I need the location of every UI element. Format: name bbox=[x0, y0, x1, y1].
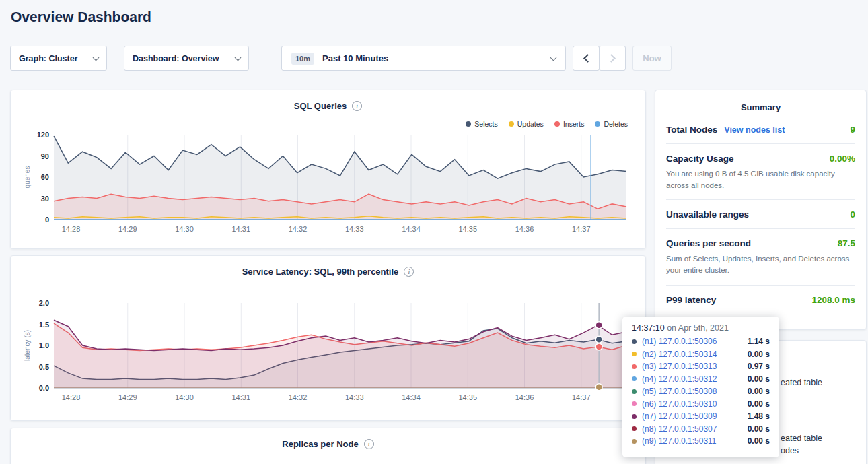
tooltip-row: (n9) 127.0.0.1:503110.00 s bbox=[632, 436, 770, 446]
node-address: (n8) 127.0.0.1:50307 bbox=[642, 424, 717, 434]
legend-item[interactable]: Updates bbox=[509, 120, 544, 128]
svg-text:14:31: 14:31 bbox=[232, 225, 251, 233]
tooltip-row: (n5) 127.0.0.1:503080.00 s bbox=[632, 387, 770, 396]
svg-text:14:32: 14:32 bbox=[289, 393, 308, 401]
summary-row-total-nodes: Total Nodes View nodes list 9 bbox=[666, 115, 855, 144]
legend-dot bbox=[595, 121, 600, 127]
svg-text:2.0: 2.0 bbox=[39, 299, 49, 307]
next-timewindow-button[interactable] bbox=[599, 46, 626, 71]
legend-dot bbox=[554, 121, 560, 127]
node-latency-value: 0.00 s bbox=[748, 374, 770, 384]
chart-title-row: Replicas per Node i bbox=[11, 439, 645, 449]
legend-item[interactable]: Selects bbox=[466, 120, 497, 128]
qps-subtext: Sum of Selects, Updates, Inserts, and De… bbox=[666, 253, 855, 275]
tooltip-time: 14:37:10 bbox=[632, 323, 665, 333]
svg-text:14:37: 14:37 bbox=[572, 393, 591, 401]
info-icon[interactable]: i bbox=[352, 101, 362, 111]
capacity-usage-label: Capacity Usage bbox=[666, 154, 734, 164]
info-icon[interactable]: i bbox=[364, 439, 374, 449]
tooltip-row: (n8) 127.0.0.1:503070.00 s bbox=[632, 424, 770, 434]
graph-dropdown[interactable]: Graph: Cluster bbox=[10, 46, 107, 71]
tooltip-row: (n6) 127.0.0.1:503100.00 s bbox=[632, 399, 770, 409]
legend-item[interactable]: Deletes bbox=[595, 120, 628, 128]
svg-text:14:34: 14:34 bbox=[402, 393, 421, 401]
replicas-per-node-chart-title: Replicas per Node bbox=[282, 439, 358, 449]
node-color-dot bbox=[632, 339, 637, 344]
svg-text:14:35: 14:35 bbox=[459, 225, 478, 233]
svg-text:14:29: 14:29 bbox=[118, 393, 137, 401]
event-text-fragment: eated table bbox=[781, 434, 822, 443]
svg-text:14:31: 14:31 bbox=[232, 393, 251, 401]
svg-text:14:36: 14:36 bbox=[515, 393, 534, 401]
svg-text:120: 120 bbox=[37, 131, 49, 139]
qps-label: Queries per second bbox=[666, 238, 751, 248]
node-address: (n2) 127.0.0.1:50314 bbox=[642, 350, 717, 359]
svg-text:14:36: 14:36 bbox=[515, 225, 534, 233]
chevron-down-icon bbox=[235, 54, 242, 61]
node-latency-value: 0.00 s bbox=[748, 399, 770, 409]
node-color-dot bbox=[632, 376, 637, 381]
node-color-dot bbox=[632, 414, 637, 419]
summary-row-unavailable-ranges: Unavailable ranges 0 bbox=[666, 200, 855, 229]
chart-legend[interactable]: SelectsUpdatesInsertsDeletes bbox=[466, 120, 628, 128]
svg-text:queries: queries bbox=[24, 166, 31, 189]
svg-text:60: 60 bbox=[41, 173, 49, 181]
chevron-right-icon bbox=[607, 54, 616, 63]
svg-text:14:30: 14:30 bbox=[175, 225, 194, 233]
replicas-per-node-chart-card: Replicas per Node i bbox=[10, 428, 646, 464]
service-latency-chart-card: Service Latency: SQL, 99th percentile i … bbox=[10, 255, 646, 421]
node-color-dot bbox=[632, 426, 637, 431]
node-color-dot bbox=[632, 401, 637, 406]
svg-text:90: 90 bbox=[41, 152, 49, 160]
svg-text:14:29: 14:29 bbox=[118, 225, 137, 233]
dashboard-dropdown[interactable]: Dashboard: Overview bbox=[124, 46, 249, 71]
node-address: (n9) 127.0.0.1:50311 bbox=[642, 436, 717, 446]
info-icon[interactable]: i bbox=[404, 267, 414, 277]
svg-text:14:32: 14:32 bbox=[289, 225, 308, 233]
sql-queries-chart-title: SQL Queries bbox=[294, 101, 347, 111]
svg-text:14:28: 14:28 bbox=[62, 225, 81, 233]
chart-title-row: Service Latency: SQL, 99th percentile i bbox=[11, 267, 645, 277]
chevron-down-icon bbox=[93, 54, 100, 61]
node-latency-value: 0.00 s bbox=[748, 387, 770, 396]
capacity-usage-value: 0.00% bbox=[830, 154, 855, 164]
prev-timewindow-button[interactable] bbox=[573, 46, 600, 71]
node-color-dot bbox=[632, 389, 637, 394]
time-range-label: Past 10 Minutes bbox=[322, 53, 388, 63]
event-text-fragment: odes bbox=[781, 446, 799, 455]
legend-dot bbox=[466, 121, 471, 127]
service-latency-chart-title: Service Latency: SQL, 99th percentile bbox=[242, 267, 399, 277]
node-latency-value: 0.00 s bbox=[748, 436, 770, 446]
time-range-selector[interactable]: 10m Past 10 Minutes bbox=[281, 46, 566, 71]
node-address: (n3) 127.0.0.1:50313 bbox=[642, 362, 717, 371]
now-button[interactable]: Now bbox=[632, 46, 672, 71]
unavailable-ranges-label: Unavailable ranges bbox=[666, 209, 749, 220]
svg-text:14:33: 14:33 bbox=[345, 393, 364, 401]
service-latency-chart[interactable]: 14:2814:2914:3014:3114:3214:3314:3414:35… bbox=[22, 298, 636, 405]
node-latency-value: 0.97 s bbox=[748, 362, 770, 371]
legend-item[interactable]: Inserts bbox=[554, 120, 585, 128]
tooltip-date: on Apr 5th, 2021 bbox=[665, 323, 729, 333]
summary-panel: Summary Total Nodes View nodes list 9 Ca… bbox=[655, 90, 867, 330]
svg-text:14:35: 14:35 bbox=[459, 393, 478, 401]
graph-dropdown-label: Graph: Cluster bbox=[19, 54, 78, 63]
svg-text:0: 0 bbox=[45, 216, 49, 224]
time-range-badge: 10m bbox=[291, 53, 314, 65]
chevron-down-icon bbox=[550, 54, 557, 61]
node-address: (n6) 127.0.0.1:50310 bbox=[642, 399, 717, 409]
node-address: (n5) 127.0.0.1:50308 bbox=[642, 387, 717, 396]
svg-text:0.0: 0.0 bbox=[39, 384, 49, 392]
node-address: (n7) 127.0.0.1:50309 bbox=[642, 411, 717, 421]
node-color-dot bbox=[632, 364, 637, 369]
summary-row-capacity-usage: Capacity Usage 0.00% You are using 0 B o… bbox=[666, 144, 855, 200]
svg-text:14:37: 14:37 bbox=[572, 225, 591, 233]
qps-value: 87.5 bbox=[838, 238, 855, 248]
node-address: (n1) 127.0.0.1:50306 bbox=[642, 337, 717, 346]
sql-queries-chart[interactable]: 14:2814:2914:3014:3114:3214:3314:3414:35… bbox=[22, 129, 636, 237]
svg-text:0.5: 0.5 bbox=[39, 363, 49, 371]
view-nodes-list-link[interactable]: View nodes list bbox=[724, 125, 785, 135]
tooltip-row: (n1) 127.0.0.1:503061.14 s bbox=[632, 337, 770, 346]
tooltip-row: (n3) 127.0.0.1:503130.97 s bbox=[632, 362, 770, 371]
node-latency-value: 0.00 s bbox=[748, 350, 770, 359]
total-nodes-label: Total Nodes bbox=[666, 125, 717, 135]
